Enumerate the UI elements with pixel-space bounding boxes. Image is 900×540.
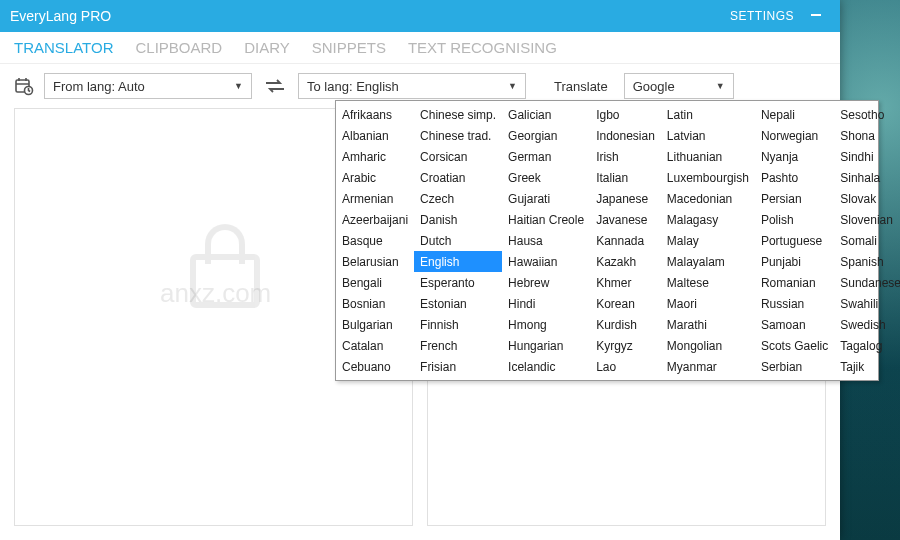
language-option[interactable]: Bengali xyxy=(336,272,414,293)
language-option[interactable]: Slovenian xyxy=(834,209,900,230)
language-option[interactable]: Hebrew xyxy=(502,272,590,293)
language-option[interactable]: Frisian xyxy=(414,356,502,377)
tab-diary[interactable]: DIARY xyxy=(244,39,290,56)
language-option[interactable]: Albanian xyxy=(336,125,414,146)
minimize-button[interactable] xyxy=(802,7,830,25)
language-option[interactable]: Basque xyxy=(336,230,414,251)
language-option[interactable]: Nyanja xyxy=(755,146,834,167)
language-dropdown[interactable]: AfrikaansAlbanianAmharicArabicArmenianAz… xyxy=(335,100,879,381)
language-option[interactable]: Sinhala xyxy=(834,167,900,188)
language-option[interactable]: Kazakh xyxy=(590,251,661,272)
language-option[interactable]: Swedish xyxy=(834,314,900,335)
language-option[interactable]: Javanese xyxy=(590,209,661,230)
tab-snippets[interactable]: SNIPPETS xyxy=(312,39,386,56)
from-language-combo[interactable]: From lang: Auto ▼ xyxy=(44,73,252,99)
language-option[interactable]: Czech xyxy=(414,188,502,209)
language-option[interactable]: Pashto xyxy=(755,167,834,188)
language-option[interactable]: Danish xyxy=(414,209,502,230)
language-option[interactable]: Punjabi xyxy=(755,251,834,272)
language-option[interactable]: Hungarian xyxy=(502,335,590,356)
language-option[interactable]: Marathi xyxy=(661,314,755,335)
language-option[interactable]: Icelandic xyxy=(502,356,590,377)
language-option[interactable]: Galician xyxy=(502,104,590,125)
language-option[interactable]: Nepali xyxy=(755,104,834,125)
language-option[interactable]: Malagasy xyxy=(661,209,755,230)
language-option[interactable]: Gujarati xyxy=(502,188,590,209)
language-option[interactable]: Polish xyxy=(755,209,834,230)
language-option[interactable]: German xyxy=(502,146,590,167)
language-option[interactable]: Esperanto xyxy=(414,272,502,293)
language-option[interactable]: Azeerbaijani xyxy=(336,209,414,230)
language-option[interactable]: Greek xyxy=(502,167,590,188)
language-option[interactable]: Maori xyxy=(661,293,755,314)
language-option[interactable]: Myanmar xyxy=(661,356,755,377)
language-option[interactable]: Sesotho xyxy=(834,104,900,125)
language-option[interactable]: Bulgarian xyxy=(336,314,414,335)
language-option[interactable]: Slovak xyxy=(834,188,900,209)
tab-text-recognising[interactable]: TEXT RECOGNISING xyxy=(408,39,557,56)
language-option[interactable]: Tagalog xyxy=(834,335,900,356)
language-option[interactable]: Russian xyxy=(755,293,834,314)
language-option[interactable]: Finnish xyxy=(414,314,502,335)
language-option[interactable]: Latvian xyxy=(661,125,755,146)
language-option[interactable]: Sundanese xyxy=(834,272,900,293)
language-option[interactable]: Irish xyxy=(590,146,661,167)
language-option[interactable]: Swahili xyxy=(834,293,900,314)
language-option[interactable]: Romanian xyxy=(755,272,834,293)
language-option[interactable]: Lao xyxy=(590,356,661,377)
schedule-icon[interactable] xyxy=(14,76,34,96)
language-option[interactable]: Catalan xyxy=(336,335,414,356)
language-option[interactable]: Norwegian xyxy=(755,125,834,146)
language-option[interactable]: Latin xyxy=(661,104,755,125)
language-option[interactable]: Kyrgyz xyxy=(590,335,661,356)
language-option[interactable]: Sindhi xyxy=(834,146,900,167)
language-option[interactable]: Chinese trad. xyxy=(414,125,502,146)
language-option[interactable]: Shona xyxy=(834,125,900,146)
swap-languages-button[interactable] xyxy=(262,76,288,96)
language-option[interactable]: Korean xyxy=(590,293,661,314)
language-option[interactable]: Estonian xyxy=(414,293,502,314)
tab-translator[interactable]: TRANSLATOR xyxy=(14,39,113,56)
language-option[interactable]: Haitian Creole xyxy=(502,209,590,230)
language-option[interactable]: Belarusian xyxy=(336,251,414,272)
language-option[interactable]: Hindi xyxy=(502,293,590,314)
language-option[interactable]: Macedonian xyxy=(661,188,755,209)
language-option[interactable]: Malayalam xyxy=(661,251,755,272)
language-option[interactable]: Bosnian xyxy=(336,293,414,314)
language-option[interactable]: French xyxy=(414,335,502,356)
language-option[interactable]: Croatian xyxy=(414,167,502,188)
language-option[interactable]: Kannada xyxy=(590,230,661,251)
language-option[interactable]: Hmong xyxy=(502,314,590,335)
language-option[interactable]: Spanish xyxy=(834,251,900,272)
engine-combo[interactable]: Google ▼ xyxy=(624,73,734,99)
language-option[interactable]: Italian xyxy=(590,167,661,188)
language-option[interactable]: Serbian xyxy=(755,356,834,377)
language-option[interactable]: Tajik xyxy=(834,356,900,377)
language-option[interactable]: Dutch xyxy=(414,230,502,251)
settings-link[interactable]: SETTINGS xyxy=(730,9,794,23)
language-option[interactable]: Lithuanian xyxy=(661,146,755,167)
language-option[interactable]: English xyxy=(414,251,502,272)
language-option[interactable]: Portuguese xyxy=(755,230,834,251)
language-option[interactable]: Armenian xyxy=(336,188,414,209)
language-option[interactable]: Mongolian xyxy=(661,335,755,356)
language-option[interactable]: Georgian xyxy=(502,125,590,146)
to-language-combo[interactable]: To lang: English ▼ xyxy=(298,73,526,99)
language-option[interactable]: Igbo xyxy=(590,104,661,125)
language-option[interactable]: Luxembourgish xyxy=(661,167,755,188)
language-option[interactable]: Japanese xyxy=(590,188,661,209)
language-option[interactable]: Cebuano xyxy=(336,356,414,377)
language-option[interactable]: Chinese simp. xyxy=(414,104,502,125)
tab-clipboard[interactable]: CLIPBOARD xyxy=(135,39,222,56)
language-option[interactable]: Maltese xyxy=(661,272,755,293)
language-option[interactable]: Corsican xyxy=(414,146,502,167)
language-option[interactable]: Arabic xyxy=(336,167,414,188)
language-option[interactable]: Malay xyxy=(661,230,755,251)
language-option[interactable]: Khmer xyxy=(590,272,661,293)
language-option[interactable]: Kurdish xyxy=(590,314,661,335)
language-option[interactable]: Persian xyxy=(755,188,834,209)
language-option[interactable]: Hawaiian xyxy=(502,251,590,272)
language-option[interactable]: Amharic xyxy=(336,146,414,167)
language-option[interactable]: Indonesian xyxy=(590,125,661,146)
language-option[interactable]: Samoan xyxy=(755,314,834,335)
